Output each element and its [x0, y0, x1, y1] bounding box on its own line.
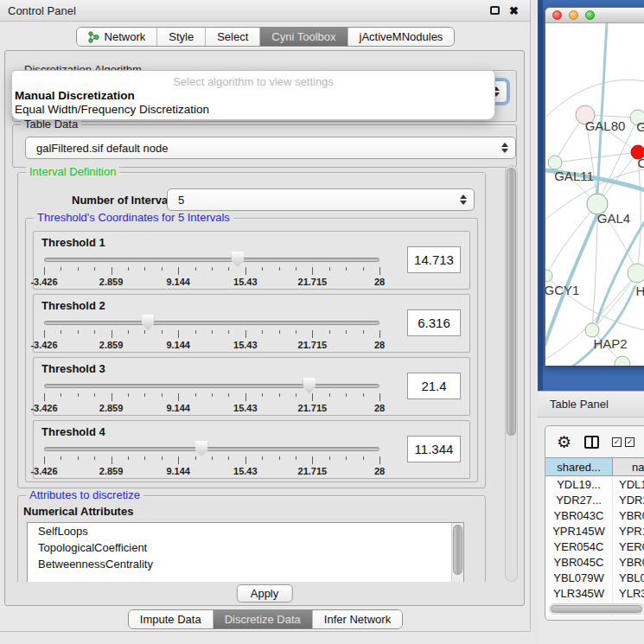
attribute-list-item[interactable]: BetweennessCentrality: [28, 556, 463, 572]
tick-mark: [128, 456, 129, 460]
tab-cyni-toolbox[interactable]: Cyni Toolbox: [259, 28, 347, 46]
tick-mark: [144, 456, 145, 460]
algorithm-option[interactable]: Equal Width/Frequency Discretization: [12, 103, 494, 117]
table-row[interactable]: YER054CYER0: [545, 539, 644, 554]
close-icon[interactable]: ✖: [509, 4, 519, 17]
scale-label: 2.859: [99, 277, 124, 287]
tick-mark: [346, 330, 347, 334]
tick-mark: [162, 393, 163, 397]
threshold-value-field[interactable]: 14.713: [407, 246, 461, 273]
table-row[interactable]: YBR043CYBR0: [545, 507, 644, 523]
tick-mark: [78, 456, 79, 460]
traffic-light-close-icon[interactable]: [552, 10, 562, 20]
threshold-slider[interactable]: -3.4262.8599.14415.4321.71528: [44, 440, 379, 476]
table-horizontal-scrollbar[interactable]: [549, 603, 644, 615]
network-edge[interactable]: [597, 23, 607, 194]
table-row[interactable]: YBR045CYBR0: [545, 554, 644, 570]
settings-vertical-scrollbar[interactable]: [505, 165, 518, 582]
threshold-value-field[interactable]: 21.4: [407, 373, 461, 399]
network-node[interactable]: [548, 156, 562, 169]
tick-mark: [44, 456, 45, 464]
tick-mark: [279, 456, 280, 460]
scrollbar-thumb[interactable]: [551, 605, 642, 613]
tab-jactivemnodules[interactable]: jActiveMNodules: [348, 28, 455, 46]
apply-button[interactable]: Apply: [237, 584, 293, 603]
network-edge[interactable]: [555, 152, 638, 163]
tick-mark: [162, 267, 163, 271]
threshold-slider[interactable]: -3.4262.8599.14415.4321.71528: [44, 314, 379, 350]
slider-track[interactable]: [44, 321, 379, 325]
tick-mark: [296, 456, 296, 460]
tab-select[interactable]: Select: [205, 28, 259, 46]
column-header-shared-name[interactable]: shared...: [545, 458, 613, 475]
tick-mark: [228, 330, 229, 334]
tick-mark: [262, 330, 263, 334]
threshold-value-field[interactable]: 11.344: [407, 436, 461, 462]
slider-thumb-icon[interactable]: [303, 378, 316, 393]
table-row[interactable]: YLR345WYLR3: [545, 585, 644, 601]
tick-mark: [279, 267, 280, 271]
slider-thumb-icon[interactable]: [231, 252, 244, 267]
network-node[interactable]: [585, 323, 599, 337]
attributes-list-scrollbar[interactable]: [451, 523, 463, 582]
tab-infer-network[interactable]: Infer Network: [312, 610, 402, 628]
slider-track[interactable]: [44, 384, 379, 388]
network-node[interactable]: [628, 264, 644, 283]
scale-label: 28: [374, 466, 385, 476]
cell-name: YDL1: [613, 476, 644, 492]
scale-label: -3.426: [30, 403, 57, 413]
tab-style[interactable]: Style: [156, 28, 205, 46]
attribute-list-item[interactable]: TopologicalCoefficient: [28, 539, 463, 556]
tab-network[interactable]: Network: [77, 28, 157, 46]
table-header-row: shared... name: [545, 457, 644, 476]
scale-label: 21.715: [298, 277, 328, 287]
traffic-light-minimize-icon[interactable]: [569, 10, 578, 20]
scale-label: 28: [374, 340, 385, 350]
thresholds-group-title: Threshold's Coordinates for 5 Intervals: [34, 211, 233, 224]
scrollbar-thumb[interactable]: [453, 525, 462, 575]
attribute-list-item[interactable]: SelfLoops: [28, 523, 463, 539]
network-edge[interactable]: [546, 80, 644, 117]
table-row[interactable]: YBL079WYBL0: [545, 570, 644, 585]
table-row[interactable]: YPR145WYPR1: [545, 523, 644, 539]
slider-track[interactable]: [44, 447, 379, 451]
cell-shared-name: YDR27...: [545, 492, 613, 507]
number-of-intervals-combobox[interactable]: 5: [167, 188, 475, 211]
tick-mark: [94, 393, 95, 397]
table-row[interactable]: YDL19...YDL1: [545, 476, 644, 492]
tab-label: Select: [217, 30, 248, 43]
algorithm-option[interactable]: Manual Discretization: [12, 89, 494, 103]
checkbox-icon[interactable]: ✓: [625, 437, 634, 447]
tick-mark: [195, 267, 196, 271]
table-row[interactable]: YDR27...YDR2: [545, 492, 644, 507]
traffic-light-zoom-icon[interactable]: [585, 10, 595, 20]
tab-impute-data[interactable]: Impute Data: [129, 610, 213, 628]
gear-icon[interactable]: ⚙: [557, 434, 571, 450]
slider-scale-labels: -3.4262.8599.14415.4321.71528: [44, 403, 379, 413]
network-edge[interactable]: [546, 204, 597, 276]
table-data-combobox[interactable]: galFiltered.sif default node: [25, 137, 516, 159]
slider-thumb-icon[interactable]: [195, 441, 208, 456]
float-window-icon[interactable]: [490, 6, 500, 15]
scrollbar-thumb[interactable]: [507, 168, 516, 436]
columns-icon[interactable]: [584, 436, 599, 449]
threshold-value-field[interactable]: 6.316: [407, 309, 461, 336]
scale-label: 21.715: [298, 403, 328, 413]
tab-discretize-data[interactable]: Discretize Data: [213, 610, 312, 628]
tick-mark: [363, 330, 364, 334]
threshold-slider[interactable]: -3.4262.8599.14415.4321.71528: [44, 251, 379, 287]
slider-track[interactable]: [44, 258, 379, 262]
network-node[interactable]: [545, 270, 552, 282]
column-header-name[interactable]: name: [613, 458, 644, 475]
settings-scroll-area: Interval Definition Number of Intervals …: [12, 165, 501, 582]
network-canvas[interactable]: GAL80GCGAL11GAL4GCY1HHAP2: [545, 23, 644, 366]
threshold-slider[interactable]: -3.4262.8599.14415.4321.71528: [44, 377, 379, 413]
cell-name: YLR3: [613, 585, 644, 601]
tick-mark: [262, 267, 263, 271]
tick-mark: [296, 330, 296, 334]
tick-mark: [329, 330, 330, 334]
slider-thumb-icon[interactable]: [142, 315, 155, 330]
number-of-intervals-value: 5: [178, 194, 184, 207]
network-edge[interactable]: [637, 160, 641, 273]
checkbox-icon[interactable]: ✓: [612, 437, 622, 447]
